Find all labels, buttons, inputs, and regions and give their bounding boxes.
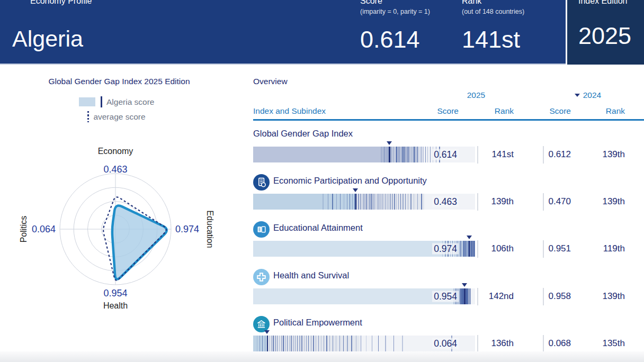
country-tick [369, 194, 370, 210]
country-tick [377, 194, 378, 210]
country-tick [301, 336, 302, 351]
row-title: Global Gender Gap Index [253, 129, 353, 139]
column-header-score-2024: Score [529, 106, 571, 116]
country-tick [368, 194, 368, 210]
country-tick [347, 336, 347, 351]
country-tick [386, 147, 387, 162]
country-tick [324, 336, 324, 351]
score-marker-arrow [467, 236, 472, 239]
rank-2024: 139th [577, 196, 625, 207]
country-tick [389, 194, 389, 210]
score-marker [389, 147, 390, 162]
country-tick [306, 336, 307, 351]
country-tick [336, 336, 336, 351]
country-tick [383, 147, 383, 162]
row-title: Educational Attainment [273, 223, 363, 233]
country-tick [417, 147, 417, 162]
country-tick [402, 194, 403, 210]
score-bar: 0.974 [253, 241, 475, 257]
rank-label: Rank [462, 0, 524, 6]
score-2024: 0.068 [523, 338, 571, 349]
country-tick [427, 147, 428, 162]
country-tick [328, 194, 328, 210]
column-divider [477, 193, 478, 211]
eyebrow-label: Economy Profile [30, 0, 92, 6]
column-divider [543, 288, 544, 305]
country-tick [421, 194, 422, 210]
rank-sublabel: (out of 148 countries) [462, 8, 524, 15]
country-tick [396, 194, 397, 210]
country-tick [388, 147, 388, 162]
score-sublabel: (imparity = 0, parity = 1) [360, 8, 430, 15]
country-tick [379, 194, 379, 210]
table-row: Economic Participation and Opportunity 0… [0, 173, 644, 214]
score-marker-arrow [353, 188, 358, 192]
score-value-2025: 0.064 [432, 338, 459, 349]
column-header-rank-2024: Rank [583, 106, 625, 116]
table-row: Global Gender Gap Index 0.614 141st 0.61… [0, 125, 644, 167]
row-title: Health and Survival [273, 270, 349, 280]
country-tick [393, 336, 394, 351]
score-marker-arrow [387, 141, 392, 145]
score-marker-arrow [462, 283, 467, 287]
country-tick [380, 194, 381, 210]
score-bar: 0.614 [253, 147, 475, 162]
country-tick [363, 194, 364, 210]
country-tick [285, 336, 285, 351]
country-tick [394, 194, 395, 210]
column-header-rank-2025: Rank [471, 106, 514, 116]
country-tick [366, 194, 366, 210]
column-divider [477, 146, 478, 164]
country-tick [372, 336, 372, 351]
average-score-swatch [87, 111, 89, 122]
country-score-swatch [79, 97, 95, 106]
country-tick [381, 147, 381, 162]
country-tick [385, 336, 386, 351]
country-tick [257, 336, 257, 351]
score-marker [355, 194, 357, 210]
score-bar: 0.954 [253, 288, 475, 304]
score-2024: 0.470 [523, 196, 571, 207]
country-tick [340, 194, 341, 210]
country-tick [387, 194, 387, 210]
column-divider [543, 146, 544, 164]
country-tick [382, 194, 382, 210]
edition-label: Index Edition [578, 0, 644, 6]
country-tick [390, 194, 391, 210]
column-divider [543, 193, 544, 211]
sort-descending-icon [575, 94, 580, 97]
country-tick [275, 336, 275, 351]
country-tick [398, 194, 399, 210]
country-tick [410, 194, 411, 210]
rank-2025: 142nd [466, 291, 514, 302]
country-tick [417, 194, 418, 210]
country-tick [287, 336, 288, 351]
column-header-index: Index and Subindex [253, 106, 326, 116]
year-header-2024[interactable]: 2024 [561, 91, 614, 100]
country-tick [323, 194, 323, 210]
country-tick [414, 147, 415, 162]
radar-legend: Algeria score average score [64, 96, 169, 122]
country-tick [311, 336, 311, 351]
country-tick [384, 147, 385, 162]
country-tick [304, 336, 305, 351]
column-divider [477, 240, 478, 258]
country-tick [350, 194, 350, 210]
row-title: Political Empowerment [273, 318, 362, 328]
edition-year: 2025 [578, 22, 644, 50]
score-value-2025: 0.463 [432, 196, 459, 207]
country-tick [405, 194, 406, 210]
country-tick [352, 194, 353, 210]
score-label: Score [360, 0, 430, 6]
country-tick [361, 336, 361, 351]
rank-2025: 141st [466, 149, 514, 160]
country-tick [297, 336, 298, 351]
year-2024-label: 2024 [583, 91, 601, 100]
table-row: Health and Survival 0.954 142nd 0.958 13… [0, 267, 644, 309]
country-tick [291, 336, 291, 351]
index-edition-box: Index Edition 2025 [566, 0, 644, 65]
country-tick [279, 336, 280, 351]
economy-icon [253, 174, 270, 191]
score-value-2025: 0.974 [432, 243, 459, 255]
score-2024: 0.612 [523, 149, 571, 160]
